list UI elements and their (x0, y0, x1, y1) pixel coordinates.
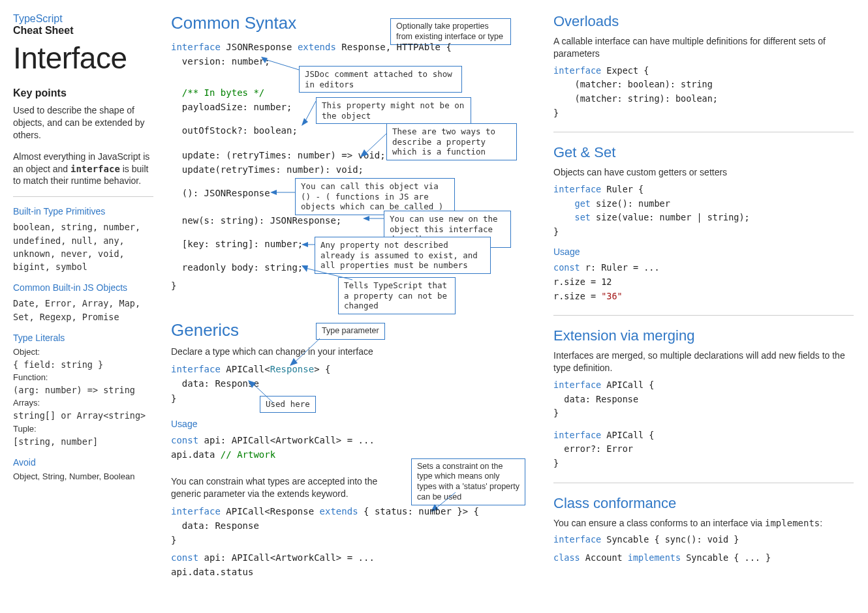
gu4: api.data.status (171, 565, 536, 579)
ext-desc: Interfaces are merged, so multiple decla… (553, 350, 854, 374)
c1-1d: Response, HTTPAble { (336, 42, 452, 52)
cc2b: Account (580, 552, 628, 563)
gc3: } (171, 391, 536, 406)
gc1b: APICall< (221, 364, 270, 374)
svg-line-0 (265, 59, 299, 70)
ex4b: APICall { (601, 430, 654, 440)
gs3c: size(value: number | string); (591, 212, 750, 222)
gc1c: Response (270, 364, 314, 374)
ov1b: Expect { (601, 65, 649, 76)
g2c: extends (320, 506, 358, 516)
c1-9: new(s: string): JSONResponse; (171, 213, 341, 228)
generics-usage2-code: const api: APICall<ArtworkCall> = ... ap… (171, 550, 536, 580)
c1-11: readonly body: string; (171, 260, 303, 275)
gs4: } (553, 225, 854, 239)
cc1b: Syncable { sync(): void } (601, 534, 739, 545)
c1-10: [key: string]: number; (171, 237, 303, 251)
ex6: } (553, 456, 854, 471)
c1-7: update(retryTimes: number): void; (171, 162, 364, 177)
callout-usedhere: Used here (260, 396, 316, 413)
overloads-desc: A callable interface can have multiple d… (553, 35, 854, 60)
generics-usage-head: Usage (171, 419, 536, 429)
generics-constrain: You can constrain what types are accepte… (171, 475, 393, 500)
c1-4: payloadSize: number; (171, 100, 292, 114)
gu1a: const (171, 435, 198, 445)
tl-fn-code: (arg: number) => string (13, 383, 153, 396)
builtin-head: Built-in Type Primitives (13, 206, 153, 217)
tl-tuple-label: Tuple: (13, 424, 153, 434)
keypoints-p2: Almost everything in JavaScript is an ob… (13, 151, 153, 188)
callout-constraint: Sets a constraint on the type which mean… (411, 458, 525, 506)
getset-head: Get & Set (553, 144, 854, 161)
c1-1b: JSONResponse (221, 42, 298, 52)
cc2c: implements (628, 552, 681, 563)
generics-code2: interface APICall<Response extends { sta… (171, 504, 536, 548)
gu2a: api.data (171, 449, 221, 460)
callout-typeparam: Type parameter (316, 323, 385, 340)
g2e: data: Response (171, 518, 536, 533)
keypoints-heading: Key points (13, 87, 153, 99)
ccda: You can ensure a class conforms to an in… (553, 518, 765, 528)
tl-obj-code: { field: string } (13, 358, 153, 371)
ov1a: interface (553, 65, 601, 76)
svg-marker-9 (363, 216, 369, 221)
generics-desc: Declare a type which can change in your … (171, 346, 536, 358)
gu2b: // Artwork (221, 449, 275, 460)
divider (553, 132, 854, 132)
g2f: } (171, 533, 536, 547)
ov4: } (553, 106, 854, 121)
tl-fn-label: Function: (13, 372, 153, 382)
g2d: { status: number }> { (358, 506, 479, 516)
callout-index: Any property not described already is as… (315, 237, 491, 274)
getset-code: interface Ruler { get size(): number set… (553, 183, 854, 239)
svg-marker-7 (270, 190, 277, 195)
getset-usage-head: Usage (553, 247, 854, 257)
getset-usage-code: const r: Ruler = ... r.size = 12 r.size … (553, 261, 854, 303)
gu3a: const (171, 552, 198, 563)
cc2a: class (553, 552, 580, 563)
callout-jsdoc: JSDoc comment attached to show in editor… (299, 66, 462, 93)
ext-code: interface APICall { data: Response } int… (553, 378, 854, 471)
gsu1a: const (553, 262, 580, 273)
ex3: } (553, 406, 854, 421)
ex1a: interface (553, 380, 601, 390)
ov2: (matcher: boolean): string (553, 78, 854, 92)
c1-6: update: (retryTimes: number) => void; (171, 148, 386, 162)
cc-head: Class conformance (553, 495, 854, 512)
cc1a: interface (553, 534, 601, 545)
c1-5: outOfStock?: boolean; (171, 123, 298, 138)
gs2c: size(): number (591, 198, 670, 209)
c1-2: version: number; (171, 54, 270, 68)
page-title: Interface (13, 40, 153, 76)
tl-obj-label: Object: (13, 347, 153, 357)
avoid-body: Object, String, Number, Boolean (13, 471, 153, 481)
divider (553, 315, 854, 316)
g2a: interface (171, 506, 221, 516)
right-column: Overloads A callable interface can have … (553, 13, 854, 565)
kp2-code: interface (70, 164, 120, 174)
tl-arr-code: string[] or Array<string> (13, 409, 153, 422)
gc2: data: Response (171, 376, 536, 391)
gs1b: Ruler { (601, 184, 643, 194)
c1-12: } (171, 278, 176, 293)
builtin-body: boolean, string, number, undefined, null… (13, 220, 153, 273)
callout-callable: You can call this object via () - ( func… (295, 178, 455, 215)
callout-readonly: Tells TypeScript that a property can not… (338, 277, 456, 314)
gs3a (553, 212, 575, 222)
ex4a: interface (553, 430, 601, 440)
typelit-head: Type Literals (13, 333, 153, 343)
gs2b: get (575, 198, 591, 209)
gs3b: set (575, 212, 591, 222)
cc-code: interface Syncable { sync(): void } clas… (553, 533, 854, 565)
gc1d: > { (314, 364, 330, 374)
jsobj-body: Date, Error, Array, Map, Set, Regexp, Pr… (13, 297, 153, 323)
cc2d: Syncable { ... } (681, 552, 771, 563)
gs1a: interface (553, 184, 601, 194)
gsu1b: r: Ruler = ... (580, 262, 660, 273)
avoid-head: Avoid (13, 457, 153, 468)
g2b: APICall<Response (221, 506, 320, 516)
tl-tuple-code: [string, number] (13, 435, 153, 448)
common-syntax-code: interface JSONResponse extends Response,… (171, 40, 536, 307)
gc1a: interface (171, 364, 221, 374)
ov3: (matcher: string): boolean; (553, 92, 854, 106)
